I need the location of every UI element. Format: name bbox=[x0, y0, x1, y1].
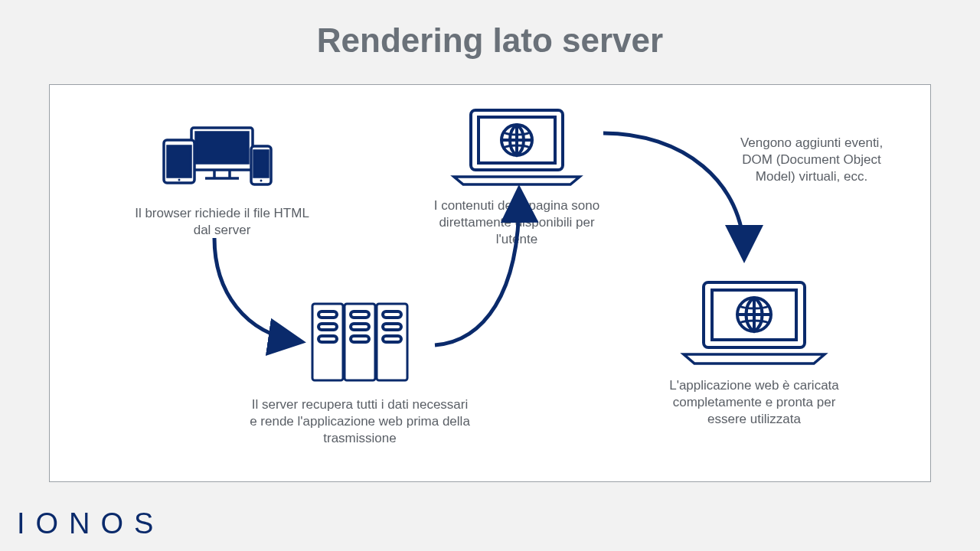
svg-rect-17 bbox=[383, 311, 401, 318]
laptop-loaded-icon bbox=[678, 276, 831, 368]
svg-rect-15 bbox=[351, 324, 369, 330]
svg-rect-3 bbox=[168, 146, 191, 177]
arrow-browser-to-server bbox=[203, 234, 325, 357]
svg-rect-6 bbox=[254, 151, 268, 177]
svg-point-4 bbox=[178, 179, 181, 181]
step-loaded-label: L'applicazione web è caricata completame… bbox=[655, 377, 854, 428]
step-browser: Il browser richiede il file HTML dal ser… bbox=[134, 123, 310, 239]
svg-rect-14 bbox=[351, 311, 369, 318]
step-server-label: Il server recupera tutti i dati necessar… bbox=[249, 396, 471, 447]
devices-icon bbox=[161, 123, 283, 196]
svg-rect-16 bbox=[351, 336, 369, 342]
arrow-server-to-content bbox=[429, 181, 544, 353]
diagram-title: Rendering lato server bbox=[0, 0, 980, 60]
brand-logo: IONOS bbox=[17, 507, 164, 540]
arrow-content-to-loaded bbox=[597, 127, 758, 265]
diagram-frame: Il browser richiede il file HTML dal ser… bbox=[49, 84, 931, 482]
laptop-globe-icon bbox=[448, 104, 586, 188]
svg-rect-18 bbox=[383, 324, 401, 330]
svg-rect-19 bbox=[383, 336, 401, 342]
svg-point-7 bbox=[260, 180, 263, 182]
svg-rect-1 bbox=[196, 132, 248, 163]
step-loaded: L'applicazione web è caricata completame… bbox=[655, 276, 854, 428]
